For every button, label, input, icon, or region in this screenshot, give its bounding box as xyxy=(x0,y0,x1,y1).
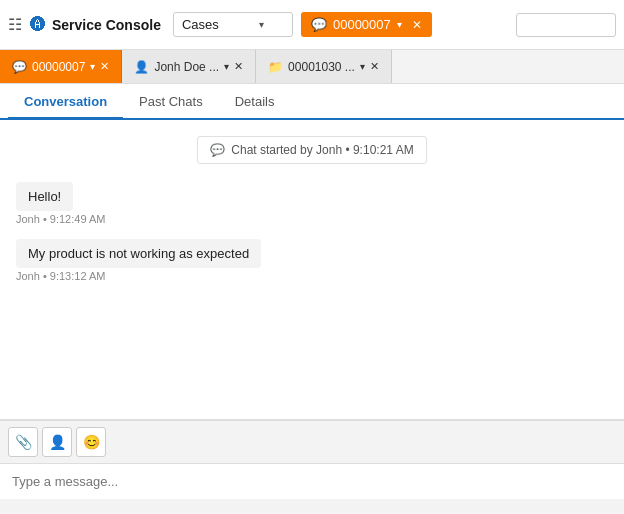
smiley-icon: 😊 xyxy=(83,434,100,450)
sub-tab-0-label: 00000007 xyxy=(32,60,85,74)
app-name: Service Console xyxy=(52,17,161,33)
logo-area: 🅐 Service Console xyxy=(30,16,173,34)
chevron-down-icon: ▾ xyxy=(259,19,264,30)
chat-toolbar: 📎 👤 😊 xyxy=(0,420,624,464)
tab-past-chats[interactable]: Past Chats xyxy=(123,86,219,120)
sub-tab-2-chevron-icon: ▾ xyxy=(360,61,365,72)
sub-tab-2-label: 00001030 ... xyxy=(288,60,355,74)
sub-tab-0[interactable]: 💬 00000007 ▾ ✕ xyxy=(0,50,122,83)
sub-tab-1-icon: 👤 xyxy=(134,60,149,74)
sub-tab-0-close-icon[interactable]: ✕ xyxy=(100,60,109,73)
chat-started-notice: 💬 Chat started by Jonh • 9:10:21 AM xyxy=(197,136,426,164)
message-1: My product is not working as expected Jo… xyxy=(16,239,608,296)
message-0: Hello! Jonh • 9:12:49 AM xyxy=(16,182,608,239)
sub-tab-2[interactable]: 📁 00001030 ... ▾ ✕ xyxy=(256,50,392,83)
chat-started-text: Chat started by Jonh • 9:10:21 AM xyxy=(231,143,413,157)
nav-tab-chevron-icon: ▾ xyxy=(397,19,402,30)
sub-tab-1-close-icon[interactable]: ✕ xyxy=(234,60,243,73)
top-nav: ☷ 🅐 Service Console Cases ▾ 💬 00000007 ▾… xyxy=(0,0,624,50)
sub-tab-1[interactable]: 👤 Jonh Doe ... ▾ ✕ xyxy=(122,50,256,83)
sub-tab-2-icon: 📁 xyxy=(268,60,283,74)
grid-icon[interactable]: ☷ xyxy=(8,15,22,34)
cases-dropdown[interactable]: Cases ▾ xyxy=(173,12,293,37)
search-input[interactable] xyxy=(516,13,616,37)
nav-tab-label: 00000007 xyxy=(333,17,391,32)
sub-tab-1-label: Jonh Doe ... xyxy=(154,60,219,74)
attach-button[interactable]: 📎 xyxy=(8,427,38,457)
nav-tab-chat-icon: 💬 xyxy=(311,17,327,32)
sub-tab-0-chevron-icon: ▾ xyxy=(90,61,95,72)
nav-tab-active[interactable]: 💬 00000007 ▾ ✕ xyxy=(301,12,432,37)
chat-started-icon: 💬 xyxy=(210,143,225,157)
message-input[interactable] xyxy=(12,474,612,489)
message-1-text: My product is not working as expected xyxy=(16,239,261,268)
person-button[interactable]: 👤 xyxy=(42,427,72,457)
attach-icon: 📎 xyxy=(15,434,32,450)
tab-row: Conversation Past Chats Details xyxy=(0,84,624,120)
sub-tab-1-chevron-icon: ▾ xyxy=(224,61,229,72)
message-0-meta: Jonh • 9:12:49 AM xyxy=(16,213,608,225)
chat-area: 💬 Chat started by Jonh • 9:10:21 AM Hell… xyxy=(0,120,624,420)
sub-tab-2-close-icon[interactable]: ✕ xyxy=(370,60,379,73)
tab-conversation[interactable]: Conversation xyxy=(8,86,123,120)
tab-details[interactable]: Details xyxy=(219,86,291,120)
sub-tab-0-icon: 💬 xyxy=(12,60,27,74)
message-input-area xyxy=(0,464,624,499)
nav-tab-close-icon[interactable]: ✕ xyxy=(412,18,422,32)
sub-tab-bar: 💬 00000007 ▾ ✕ 👤 Jonh Doe ... ▾ ✕ 📁 0000… xyxy=(0,50,624,84)
cases-label: Cases xyxy=(182,17,219,32)
person-icon: 👤 xyxy=(49,434,66,450)
message-1-meta: Jonh • 9:13:12 AM xyxy=(16,270,608,282)
message-0-text: Hello! xyxy=(16,182,73,211)
search-area xyxy=(516,13,616,37)
smiley-button[interactable]: 😊 xyxy=(76,427,106,457)
logo-icon: 🅐 xyxy=(30,16,46,34)
